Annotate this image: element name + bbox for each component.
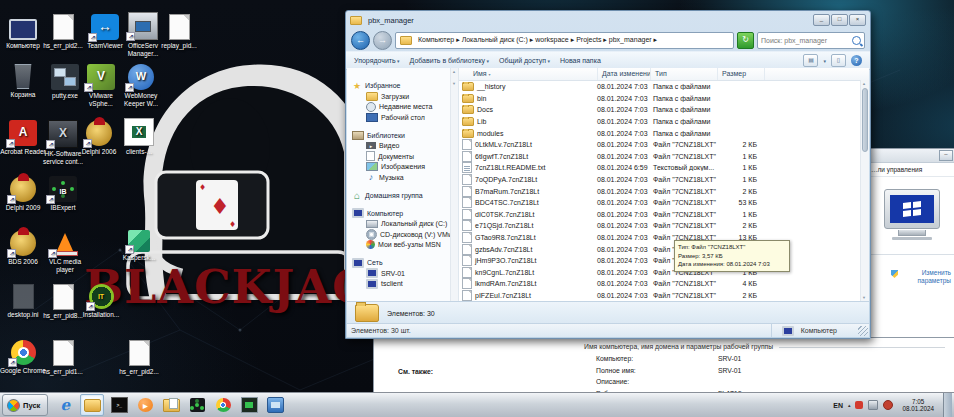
taskbar-clock[interactable]: 7:05 08.01.2024 xyxy=(898,398,938,413)
nav-item[interactable]: tsclient xyxy=(347,279,458,290)
file-row[interactable]: B7maRum.7cnZ18Lt 08.01.2024 7:03 Файл "7… xyxy=(459,185,869,197)
search-input[interactable]: Поиск: pbx_manager xyxy=(757,32,865,49)
nav-item[interactable]: Локальный диск (C:) xyxy=(347,219,458,230)
file-row[interactable]: 0LtkMLv.7cnZ18Lt 08.01.2024 7:03 Файл "7… xyxy=(459,139,869,151)
taskbar-app-button[interactable] xyxy=(212,395,234,415)
column-header-date[interactable]: Дата изменения xyxy=(598,68,651,80)
desktop-icon[interactable]: Installation... xyxy=(78,284,124,319)
toolbar-button[interactable]: Общий доступ xyxy=(499,57,550,64)
desktop-icon[interactable]: Корзина xyxy=(0,64,46,99)
tray-expand-icon[interactable]: ▴ xyxy=(848,402,851,408)
tray-icon[interactable] xyxy=(868,400,878,410)
taskbar-app-button[interactable] xyxy=(54,395,76,415)
file-row[interactable]: lkmdRAm.7cnZ18Lt 08.01.2024 7:03 Файл "7… xyxy=(459,278,869,290)
desktop-icon[interactable]: clients-... xyxy=(116,118,162,156)
nav-item[interactable]: Домашняя группа xyxy=(347,190,458,201)
desktop-icon[interactable]: VLC media player xyxy=(42,230,88,273)
tray-icon[interactable] xyxy=(855,401,863,409)
file-row[interactable]: jHm9P3O.7cnZ18Lt 08.01.2024 7:03 Файл "7… xyxy=(459,255,869,267)
toolbar-button[interactable]: Добавить в библиотеку xyxy=(410,57,489,64)
nav-item[interactable] xyxy=(347,250,458,257)
nav-item[interactable] xyxy=(347,201,458,208)
nav-item[interactable]: Избранное xyxy=(347,80,458,91)
system-info-row: Полное имя: SRV-01 xyxy=(596,365,742,377)
nav-item[interactable] xyxy=(347,123,458,130)
nav-item[interactable]: Библиотеки xyxy=(347,130,458,141)
views-dropdown-icon[interactable]: ▾ xyxy=(823,58,826,64)
forward-button[interactable]: → xyxy=(373,31,392,50)
minimize-button[interactable]: _ xyxy=(813,14,830,26)
desktop-icon[interactable]: hs_err_pid1... xyxy=(40,340,86,376)
desktop-icon[interactable]: replay_pid... xyxy=(156,14,202,50)
file-row[interactable]: 6tIgwfT.7cnZ18Lt 08.01.2024 7:03 Файл "7… xyxy=(459,151,869,163)
views-button[interactable]: ▤ xyxy=(803,54,818,67)
show-desktop-button[interactable] xyxy=(943,393,952,417)
system-window-bottom-strip: См. также: Имя компьютера, имя домена и … xyxy=(373,337,954,394)
taskbar-app-button[interactable] xyxy=(160,395,182,415)
nav-item[interactable]: Загрузки xyxy=(347,91,458,102)
nav-item[interactable]: Изображения xyxy=(347,162,458,173)
nav-item[interactable]: Компьютер xyxy=(347,208,458,219)
taskbar-app-button[interactable] xyxy=(264,395,286,415)
nav-item[interactable]: Мои веб-узлы MSN xyxy=(347,240,458,251)
toolbar-button[interactable]: Новая папка xyxy=(560,57,601,64)
shortcut-badge xyxy=(49,121,77,147)
file-row[interactable]: dIC0TSK.7cnZ18Lt 08.01.2024 7:03 Файл "7… xyxy=(459,209,869,221)
file-row[interactable]: Lib 08.01.2024 7:03 Папка с файлами xyxy=(459,116,869,128)
preview-pane-button[interactable]: ▯ xyxy=(831,54,846,67)
resize-grip[interactable] xyxy=(858,326,868,336)
file-row[interactable]: gzbsAdv.7cnZ18Lt 08.01.2024 7:03 Файл "7… xyxy=(459,243,869,255)
scrollbar-thumb[interactable] xyxy=(862,88,868,152)
file-row[interactable]: e71QSjd.7cnZ18Lt 08.01.2024 7:03 Файл "7… xyxy=(459,220,869,232)
column-header-type[interactable]: Тип xyxy=(651,68,718,80)
start-button[interactable]: Пуск xyxy=(2,394,48,416)
taskbar-app-button[interactable] xyxy=(186,395,208,415)
nav-item[interactable]: Музыка xyxy=(347,172,458,183)
toolbar-button[interactable]: Упорядочить xyxy=(354,57,400,64)
nav-scrollbar[interactable] xyxy=(450,68,458,301)
nav-item[interactable]: SRV-01 xyxy=(347,268,458,279)
column-header-size[interactable]: Размер xyxy=(718,68,765,80)
file-row[interactable]: BDC4TSC.7cnZ18Lt 08.01.2024 7:03 Файл "7… xyxy=(459,197,869,209)
refresh-button[interactable]: ↻ xyxy=(737,32,754,49)
desktop-icon[interactable]: BDS 2006 xyxy=(0,230,46,266)
file-row[interactable]: Docs 08.01.2024 7:03 Папка с файлами xyxy=(459,104,869,116)
desktop-icon[interactable]: hs_err_pid2... xyxy=(116,340,162,376)
taskbar-app-button[interactable] xyxy=(80,394,104,416)
language-indicator[interactable]: EN xyxy=(833,402,843,409)
close-button[interactable]: × xyxy=(849,14,866,26)
help-button[interactable]: ? xyxy=(851,55,862,66)
taskbar-app-button[interactable] xyxy=(108,395,130,415)
taskbar-app-button[interactable] xyxy=(134,395,156,415)
file-row[interactable]: kn9CgnL.7cnZ18Lt 08.01.2024 7:03 Файл "7… xyxy=(459,267,869,279)
file-row[interactable]: 7cnZ18Lt.README.txt 08.01.2024 6:59 Текс… xyxy=(459,162,869,174)
taskbar-app-icon xyxy=(58,398,73,412)
desktop-icon[interactable]: IBExpert xyxy=(40,176,86,212)
taskbar-app-button[interactable] xyxy=(238,395,260,415)
file-row[interactable]: __history 08.01.2024 7:03 Папка с файлам… xyxy=(459,81,869,93)
desktop-icon[interactable]: hs_err_pid2... xyxy=(40,14,86,50)
address-breadcrumb[interactable]: Компьютер ▸ Локальный диск (C:) ▸ worksp… xyxy=(395,32,734,49)
nav-item[interactable]: Рабочий стол xyxy=(347,112,458,123)
nav-item[interactable]: Видео xyxy=(347,141,458,152)
nav-item[interactable]: CD-дисковод (V:) VMware VC xyxy=(347,229,458,240)
desktop-icon[interactable]: WebMoney Keeper W... xyxy=(118,64,164,107)
title-bar[interactable]: pbx_manager _ □ × xyxy=(346,11,870,29)
back-button[interactable]: ← xyxy=(351,31,370,50)
file-row[interactable]: 7oQDPyA.7cnZ18Lt 08.01.2024 7:03 Файл "7… xyxy=(459,174,869,186)
nav-item[interactable]: Недавние места xyxy=(347,102,458,113)
minimize-button[interactable]: – xyxy=(939,150,953,161)
maximize-button[interactable]: □ xyxy=(831,14,848,26)
nav-item[interactable]: Сеть xyxy=(347,257,458,268)
list-scrollbar[interactable] xyxy=(860,80,869,301)
file-row[interactable]: GTao9R8.7cnZ18Lt 08.01.2024 7:03 Файл "7… xyxy=(459,232,869,244)
column-header-name[interactable]: Имя ▾ xyxy=(459,68,598,80)
file-row[interactable]: modules 08.01.2024 7:03 Папка с файлами xyxy=(459,127,869,139)
nav-item[interactable] xyxy=(347,183,458,190)
change-settings-link[interactable]: Изменить параметры xyxy=(891,269,951,285)
file-row[interactable]: bin 08.01.2024 7:03 Папка с файлами xyxy=(459,93,869,105)
file-row[interactable]: pIFZEuI.7cnZ18Lt 08.01.2024 7:03 Файл "7… xyxy=(459,290,869,301)
tray-icon[interactable] xyxy=(883,400,893,410)
desktop-icon[interactable]: Kaspersk... xyxy=(116,230,162,262)
nav-item[interactable]: Документы xyxy=(347,151,458,162)
